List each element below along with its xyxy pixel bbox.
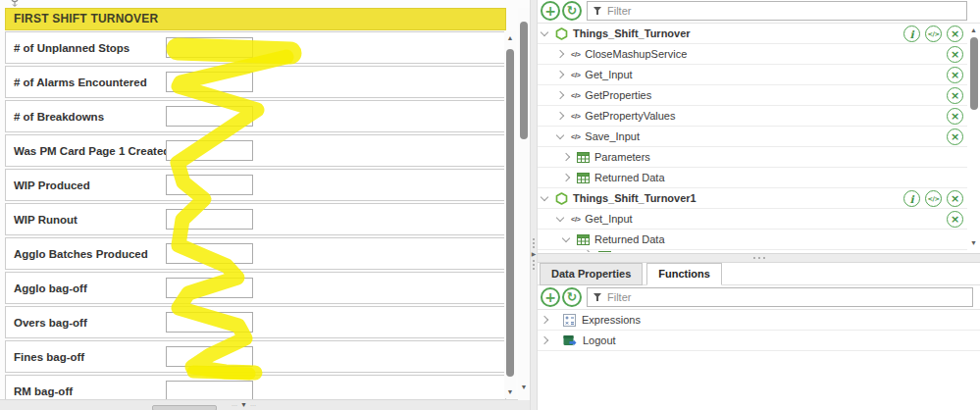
scrollbar-thumb[interactable]: [506, 49, 514, 377]
chevron-right-icon[interactable]: [562, 153, 570, 161]
service-icon: </>: [571, 215, 580, 224]
tree-item-label[interactable]: Save_Input: [585, 130, 640, 142]
form-row: WIP Runout: [5, 203, 506, 235]
field-input[interactable]: [166, 175, 253, 195]
code-icon[interactable]: </>: [925, 26, 942, 42]
add-function-button[interactable]: +: [541, 287, 560, 307]
code-icon[interactable]: </>: [925, 190, 942, 207]
tab-data-properties[interactable]: Data Properties: [540, 263, 643, 285]
table-icon: [598, 251, 611, 252]
field-input[interactable]: [166, 72, 253, 92]
filter-input[interactable]: [607, 291, 967, 303]
scroll-down-icon[interactable]: ▼: [967, 238, 980, 248]
tree-scrollbar[interactable]: ▲ ▼: [967, 24, 980, 252]
chevron-right-icon[interactable]: [541, 336, 548, 344]
field-input[interactable]: [166, 346, 253, 367]
service-icon: </>: [571, 71, 580, 79]
filter-input[interactable]: [607, 5, 961, 17]
refresh-button[interactable]: ↻: [562, 287, 582, 307]
tree-row-service[interactable]: </> CloseMashupService ×: [538, 44, 967, 65]
chevron-right-icon[interactable]: [556, 91, 564, 99]
functions-filter-field[interactable]: [587, 287, 973, 307]
remove-icon[interactable]: ×: [947, 46, 963, 63]
field-input[interactable]: [166, 140, 253, 161]
tree-row-infotable[interactable]: Parameters: [538, 147, 967, 168]
remove-icon[interactable]: ×: [947, 67, 963, 83]
tree-item-label[interactable]: Returned Data: [594, 233, 665, 245]
chevron-down-icon[interactable]: [562, 234, 570, 242]
field-input[interactable]: [166, 209, 253, 230]
chevron-down-icon[interactable]: [556, 131, 564, 139]
tree-item-label[interactable]: Get_Input: [585, 69, 632, 80]
horizontal-splitter[interactable]: [538, 253, 980, 263]
info-icon[interactable]: i: [903, 190, 920, 207]
remove-icon[interactable]: ×: [947, 87, 963, 104]
remove-icon[interactable]: ×: [947, 128, 963, 145]
tree-item-label[interactable]: Things_Shift_Turnover: [573, 27, 691, 39]
move-handle-icon[interactable]: [9, 0, 21, 7]
list-item-label[interactable]: Logout: [583, 334, 616, 346]
scrollbar-thumb[interactable]: [520, 22, 528, 139]
remove-icon[interactable]: ×: [947, 211, 963, 228]
tree-row-service[interactable]: </> GetProperties ×: [538, 85, 967, 106]
remove-icon[interactable]: ×: [947, 26, 963, 42]
tree-row-service[interactable]: </> Get_Input ×: [538, 65, 967, 85]
tree-row-service[interactable]: </> Get_Input ×: [538, 209, 967, 230]
scroll-down-icon[interactable]: ▼: [504, 387, 516, 397]
panel-scrollbar[interactable]: ▼: [518, 8, 530, 400]
table-icon: [577, 173, 590, 183]
info-icon[interactable]: i: [903, 26, 920, 42]
chevron-right-icon[interactable]: [562, 174, 570, 181]
form-title: FIRST SHIFT TURNOVER: [5, 8, 506, 30]
remove-icon[interactable]: ×: [947, 108, 963, 125]
chevron-down-icon[interactable]: [541, 28, 548, 36]
data-toolbar: + ↻: [538, 0, 980, 24]
field-input[interactable]: [166, 312, 253, 333]
data-filter-field[interactable]: [587, 1, 967, 21]
tree-row-thing[interactable]: Things_Shift_Turnover i </> ×: [538, 24, 967, 44]
scrollbar-thumb[interactable]: [970, 37, 978, 110]
form-scrollbar[interactable]: ▲ ▼: [504, 31, 516, 398]
tree-row-service[interactable]: </> Save_Input ×: [538, 127, 967, 147]
field-label: WIP Runout: [14, 214, 77, 226]
tree-row-service[interactable]: </> GetPropertyValues ×: [538, 106, 967, 127]
tree-item-label[interactable]: Parameters: [594, 151, 650, 163]
chevron-down-icon[interactable]: [556, 214, 564, 222]
tree-item-label[interactable]: Returned Data: [594, 172, 665, 183]
tree-item-label[interactable]: Things_Shift_Turnover1: [573, 192, 696, 204]
add-data-button[interactable]: +: [541, 1, 560, 21]
field-input[interactable]: [166, 381, 253, 401]
tree-row-infotable[interactable]: Returned Data: [538, 168, 967, 188]
tree-item-label[interactable]: Get_Input: [585, 213, 632, 225]
remove-icon[interactable]: ×: [947, 190, 963, 207]
field-input[interactable]: [166, 106, 253, 127]
list-item-label[interactable]: Expressions: [582, 314, 641, 326]
tree-item-label[interactable]: GetProperties: [585, 89, 651, 101]
tab-functions[interactable]: Functions: [646, 263, 722, 285]
vertical-splitter[interactable]: ▶: [530, 0, 538, 410]
chevron-right-icon[interactable]: [556, 112, 564, 120]
chevron-right-icon[interactable]: [584, 250, 592, 252]
tree-row-thing[interactable]: Things_Shift_Turnover1 i </> ×: [538, 188, 967, 209]
field-input[interactable]: [166, 243, 253, 264]
tree-item-label[interactable]: CloseMashupService: [585, 48, 687, 60]
chevron-right-icon[interactable]: [541, 316, 548, 324]
scroll-down-icon[interactable]: ▼: [518, 383, 530, 392]
chevron-right-icon[interactable]: [556, 71, 564, 78]
chevron-right-icon[interactable]: [556, 50, 564, 58]
tree-row-infotable[interactable]: Returned Data: [538, 230, 967, 250]
tree-item-label[interactable]: GetPropertyValues: [585, 110, 675, 122]
scroll-up-icon[interactable]: ▲: [504, 33, 516, 43]
list-item-logout[interactable]: Logout: [538, 331, 980, 351]
bottom-splitter[interactable]: ···▼···: [0, 399, 530, 410]
scroll-up-icon[interactable]: ▲: [967, 26, 980, 35]
tree-row-clipped[interactable]: [538, 250, 967, 252]
service-icon: </>: [571, 91, 580, 100]
splitter-handle[interactable]: ▶: [531, 238, 537, 270]
list-item-expressions[interactable]: Expressions: [538, 310, 980, 331]
refresh-button[interactable]: ↻: [562, 1, 582, 21]
field-input[interactable]: [166, 278, 253, 298]
chevron-down-icon[interactable]: [541, 193, 548, 201]
field-input[interactable]: [166, 37, 253, 58]
splitter-handle[interactable]: ···▼···: [232, 401, 256, 408]
